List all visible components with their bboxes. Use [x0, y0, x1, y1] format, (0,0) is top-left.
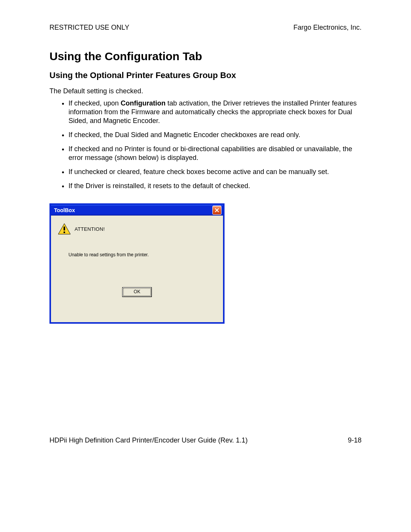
svg-rect-2	[64, 232, 65, 233]
header-right: Fargo Electronics, Inc.	[293, 24, 362, 32]
footer-right: 9-18	[348, 436, 362, 444]
bullet-bold: Configuration	[121, 99, 166, 107]
ok-button[interactable]: OK	[122, 287, 152, 297]
attention-label: ATTENTION!	[75, 226, 105, 232]
list-item: If checked, the Dual Sided and Magnetic …	[68, 131, 362, 139]
dialog-title: ToolBox	[54, 207, 75, 213]
bullet-prefix: If checked, upon	[68, 99, 121, 107]
intro-text: The Default setting is checked.	[49, 87, 362, 95]
header-left: RESTRICTED USE ONLY	[49, 24, 129, 32]
svg-rect-1	[64, 227, 65, 230]
section-title: Using the Optional Printer Features Grou…	[49, 70, 362, 80]
dialog-client: ATTENTION! Unable to read settings from …	[51, 216, 223, 322]
page-title: Using the Configuration Tab	[49, 50, 362, 63]
list-item: If checked, upon Configuration tab activ…	[68, 99, 362, 125]
bullet-list: If checked, upon Configuration tab activ…	[49, 99, 362, 190]
dialog-message: Unable to read settings from the printer…	[68, 252, 218, 257]
toolbox-dialog: ToolBox ATTENTION! Unable to read settin…	[49, 203, 225, 324]
close-button[interactable]	[212, 206, 221, 215]
list-item: If checked and no Printer is found or bi…	[68, 145, 362, 162]
dialog-titlebar[interactable]: ToolBox	[51, 205, 223, 216]
list-item: If unchecked or cleared, feature check b…	[68, 168, 362, 176]
warning-icon	[58, 223, 71, 235]
list-item: If the Driver is reinstalled, it resets …	[68, 182, 362, 190]
close-icon	[215, 208, 219, 212]
footer-left: HDPii High Definition Card Printer/Encod…	[49, 436, 248, 444]
